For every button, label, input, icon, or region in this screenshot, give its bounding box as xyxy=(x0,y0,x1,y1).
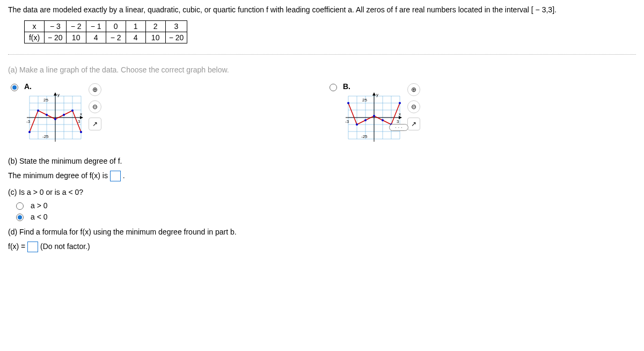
svg-text:-3: -3 xyxy=(26,119,31,124)
svg-marker-15 xyxy=(54,92,57,96)
svg-point-58 xyxy=(373,115,375,117)
table-cell: − 3 xyxy=(45,21,67,32)
option-a[interactable]: A. y x 25 -25 -3 3 xyxy=(8,82,101,146)
svg-point-26 xyxy=(46,114,48,116)
svg-point-28 xyxy=(63,114,65,116)
table-header-x: x xyxy=(25,21,45,32)
svg-text:x: x xyxy=(80,112,82,116)
problem-statement: The data are modeled exactly by a linear… xyxy=(8,5,636,14)
graph-options-row: A. y x 25 -25 -3 3 xyxy=(8,82,636,146)
svg-text:3: 3 xyxy=(78,119,80,124)
zoom-in-icon[interactable]: ⊕ xyxy=(407,83,420,96)
table-cell: 1 xyxy=(126,21,145,32)
table-cell: − 2 xyxy=(66,21,86,32)
svg-text:y: y xyxy=(376,92,378,97)
svg-text:x: x xyxy=(399,112,401,116)
table-cell: 3 xyxy=(165,21,187,32)
option-a-label: A. xyxy=(24,82,83,91)
chart-a: y x 25 -25 -3 3 xyxy=(24,91,83,144)
more-button[interactable]: · · · xyxy=(389,124,408,131)
sign-positive-label: a > 0 xyxy=(31,201,48,210)
table-cell: − 20 xyxy=(165,32,187,43)
table-cell: 10 xyxy=(66,32,86,43)
option-a-radio[interactable] xyxy=(11,84,18,91)
option-b[interactable]: B. y x 25 -25 -3 3 xyxy=(327,82,420,146)
part-d-prefix: f(x) = xyxy=(8,242,27,251)
table-cell: − 1 xyxy=(86,21,106,32)
zoom-out-icon[interactable]: ⊖ xyxy=(89,100,101,113)
part-b-prompt: (b) State the minimum degree of f. xyxy=(8,157,636,165)
chart-b: y x 25 -25 -3 3 xyxy=(343,91,402,144)
table-cell: 4 xyxy=(126,32,145,43)
table-header-fx: f(x) xyxy=(25,32,45,43)
svg-text:25: 25 xyxy=(43,98,48,103)
svg-text:3: 3 xyxy=(397,119,399,124)
formula-input[interactable] xyxy=(27,242,38,252)
svg-point-25 xyxy=(37,109,39,112)
zoom-in-icon[interactable]: ⊕ xyxy=(89,83,101,96)
svg-point-30 xyxy=(80,131,82,133)
table-cell: 10 xyxy=(145,32,165,43)
table-cell: 2 xyxy=(145,21,165,32)
sign-negative-radio[interactable] xyxy=(16,214,24,221)
table-cell: 0 xyxy=(106,21,126,32)
table-cell: 4 xyxy=(86,32,106,43)
svg-point-29 xyxy=(71,109,74,112)
option-b-radio[interactable] xyxy=(330,84,337,91)
part-b: (b) State the minimum degree of f. The m… xyxy=(8,157,636,181)
table-cell: − 2 xyxy=(106,32,126,43)
part-d-prompt: (d) Find a formula for f(x) using the mi… xyxy=(8,228,636,236)
sign-option-negative[interactable]: a < 0 xyxy=(13,212,636,221)
table-cell: − 20 xyxy=(45,32,67,43)
zoom-out-icon[interactable]: ⊖ xyxy=(407,100,420,113)
part-c-prompt: (c) Is a > 0 or is a < 0? xyxy=(8,188,636,196)
divider xyxy=(8,54,636,55)
part-a-prompt: (a) Make a line graph of the data. Choos… xyxy=(8,65,636,74)
data-table: x − 3 − 2 − 1 0 1 2 3 f(x) − 20 10 4 − 2… xyxy=(24,20,187,43)
part-d: (d) Find a formula for f(x) using the mi… xyxy=(8,228,636,252)
sign-negative-label: a < 0 xyxy=(31,213,48,221)
sign-option-positive[interactable]: a > 0 xyxy=(13,201,636,210)
svg-text:25: 25 xyxy=(362,98,367,103)
part-c: (c) Is a > 0 or is a < 0? a > 0 a < 0 xyxy=(8,188,636,221)
svg-text:y: y xyxy=(57,92,60,97)
popout-icon[interactable]: ↗ xyxy=(89,118,101,130)
svg-point-24 xyxy=(28,131,31,133)
svg-text:-3: -3 xyxy=(345,119,349,124)
part-d-note: (Do not factor.) xyxy=(40,242,90,251)
svg-point-57 xyxy=(364,119,367,121)
svg-point-27 xyxy=(54,118,56,120)
svg-point-56 xyxy=(356,123,358,126)
popout-icon[interactable]: ↗ xyxy=(407,118,420,130)
part-b-answer-suffix: . xyxy=(123,171,125,180)
svg-point-59 xyxy=(382,119,384,121)
svg-text:-25: -25 xyxy=(42,134,49,139)
svg-marker-46 xyxy=(372,92,376,96)
svg-point-61 xyxy=(399,102,401,104)
part-b-answer-prefix: The minimum degree of f(x) is xyxy=(8,171,110,180)
option-b-label: B. xyxy=(343,82,402,91)
svg-text:-25: -25 xyxy=(361,134,368,139)
degree-input[interactable] xyxy=(110,171,121,181)
sign-positive-radio[interactable] xyxy=(16,202,24,210)
svg-point-55 xyxy=(347,102,349,104)
